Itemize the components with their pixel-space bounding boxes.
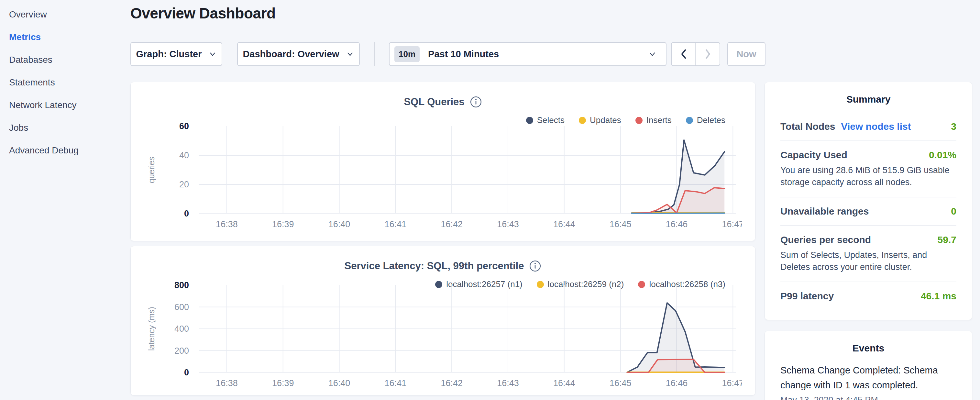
view-nodes-link[interactable]: View nodes list [841,121,911,132]
chart-card-sql-queries: SQL Queries SelectsUpdatesInsertsDeletes… [130,82,756,241]
sidebar-item-databases[interactable]: Databases [9,49,129,71]
summary-row-total-nodes: Total Nodes View nodes list 3 [780,113,956,140]
summary-label: Total Nodes [780,121,835,132]
chevron-down-icon [648,49,657,59]
svg-text:16:44: 16:44 [553,378,575,388]
time-range-badge: 10m [395,46,420,62]
sidebar-item-metrics[interactable]: Metrics [9,26,129,49]
svg-text:60: 60 [179,121,189,131]
time-range-label: Past 10 Minutes [428,49,648,59]
svg-text:16:38: 16:38 [216,378,238,388]
summary-label: Queries per second [780,234,871,245]
dashboard-dropdown-label: Dashboard: Overview [243,49,339,59]
time-range-selector[interactable]: 10m Past 10 Minutes [389,42,667,66]
prev-range-button[interactable] [672,43,696,65]
event-message: Schema Change Completed: Schema change w… [780,363,956,392]
graph-dropdown[interactable]: Graph: Cluster [130,42,222,66]
svg-text:200: 200 [174,346,189,356]
events-panel: Events Schema Change Completed: Schema c… [765,331,972,400]
summary-title: Summary [765,94,972,105]
sidebar-item-statements[interactable]: Statements [9,71,129,94]
sidebar-nav: Overview Metrics Databases Statements Ne… [0,0,129,162]
svg-text:16:41: 16:41 [385,378,407,388]
chevron-right-icon [703,48,713,60]
svg-text:400: 400 [174,324,189,334]
svg-text:16:45: 16:45 [609,378,632,388]
summary-value: 0 [951,206,956,217]
svg-text:40: 40 [179,150,189,160]
metrics-page: Overview Metrics Databases Statements Ne… [0,0,980,400]
sidebar-item-network-latency[interactable]: Network Latency [9,94,129,116]
chevron-left-icon [679,48,689,60]
svg-text:0: 0 [184,209,189,218]
summary-value: 59.7 [938,234,956,245]
now-button[interactable]: Now [727,42,765,66]
event-timestamp: May 13, 2020 at 4:45 PM [780,395,956,400]
svg-text:16:39: 16:39 [272,378,294,388]
chart-plot[interactable]: 16:3816:3916:4016:4116:4216:4316:4416:45… [150,279,742,391]
svg-text:16:38: 16:38 [216,220,238,229]
svg-text:16:39: 16:39 [272,220,294,229]
sidebar-item-advanced-debug[interactable]: Advanced Debug [9,139,129,162]
svg-text:600: 600 [174,302,189,312]
svg-text:16:46: 16:46 [666,220,688,229]
event-item[interactable]: Schema Change Completed: Schema change w… [765,354,972,400]
svg-text:16:40: 16:40 [328,378,350,388]
info-icon[interactable] [529,260,541,272]
chart-plot[interactable]: 16:3816:3916:4016:4116:4216:4316:4416:45… [150,120,742,232]
summary-value: 46.1 ms [921,291,956,302]
svg-text:16:44: 16:44 [553,220,575,229]
summary-row-unavailable-ranges: Unavailable ranges 0 [780,197,956,225]
page-title: Overview Dashboard [130,5,276,22]
svg-text:16:47: 16:47 [722,220,742,229]
summary-panel: Summary Total Nodes View nodes list 3 Ca… [765,82,972,320]
chevron-down-icon [346,50,354,58]
svg-text:800: 800 [174,280,189,290]
sidebar-item-jobs[interactable]: Jobs [9,116,129,139]
svg-text:16:46: 16:46 [666,378,688,388]
chart-card-service-latency: Service Latency: SQL, 99th percentile lo… [130,246,756,395]
svg-text:16:40: 16:40 [328,220,350,229]
graph-dropdown-label: Graph: Cluster [136,49,202,59]
svg-text:20: 20 [179,180,189,189]
summary-label: Unavailable ranges [780,206,869,217]
events-title: Events [765,343,972,354]
svg-text:16:43: 16:43 [497,378,519,388]
svg-text:16:47: 16:47 [722,378,742,388]
info-icon[interactable] [470,96,482,108]
summary-subtext: Sum of Selects, Updates, Inserts, and De… [780,249,956,273]
svg-text:16:41: 16:41 [385,220,407,229]
summary-label: Capacity Used [780,150,847,161]
chart-title: Service Latency: SQL, 99th percentile [345,260,524,272]
svg-text:0: 0 [184,368,189,377]
summary-subtext: You are using 28.6 MiB of 515.9 GiB usab… [780,164,956,188]
dashboard-dropdown[interactable]: Dashboard: Overview [237,42,360,66]
svg-text:16:42: 16:42 [441,220,463,229]
summary-value: 0.01% [929,150,956,161]
chevron-down-icon [208,50,217,58]
summary-row-p99-latency: P99 latency 46.1 ms [780,282,956,310]
toolbar: Graph: Cluster Dashboard: Overview 10m P… [130,42,765,66]
toolbar-divider [374,42,375,66]
summary-row-queries-per-second: Queries per second 59.7 Sum of Selects, … [780,225,956,282]
svg-text:16:45: 16:45 [609,220,632,229]
summary-value: 3 [951,121,956,132]
svg-text:16:43: 16:43 [497,220,519,229]
chart-title: SQL Queries [404,96,464,108]
time-range-arrows [671,42,720,66]
summary-label: P99 latency [780,291,834,302]
summary-row-capacity-used: Capacity Used 0.01% You are using 28.6 M… [780,140,956,197]
svg-text:16:42: 16:42 [441,378,463,388]
next-range-button[interactable] [696,43,719,65]
sidebar-item-overview[interactable]: Overview [9,3,129,26]
